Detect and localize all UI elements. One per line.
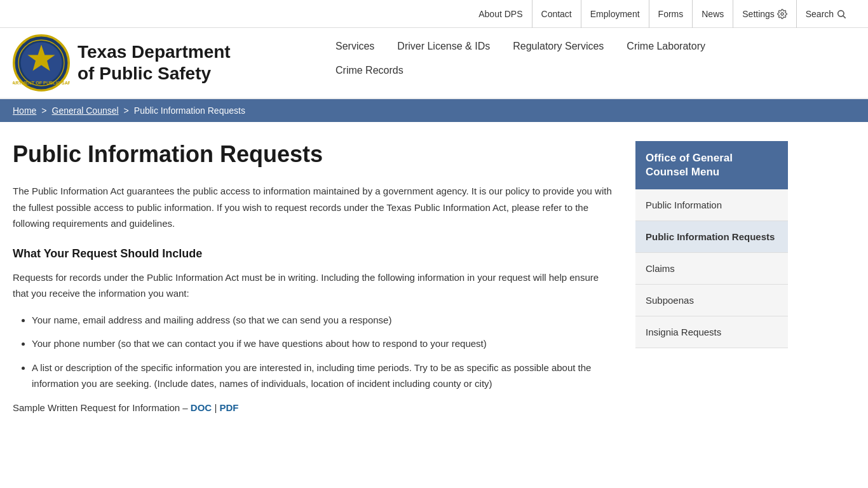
site-header: DEPARTMENT OF PUBLIC SAFETY Texas Depart…	[0, 28, 868, 99]
utility-bar: About DPS Contact Employment Forms News …	[0, 0, 868, 28]
settings-label: Settings	[742, 9, 775, 19]
forms-link[interactable]: Forms	[649, 0, 693, 28]
nav-crime-laboratory[interactable]: Crime Laboratory	[615, 34, 717, 58]
employment-link[interactable]: Employment	[581, 0, 649, 28]
dps-seal: DEPARTMENT OF PUBLIC SAFETY	[13, 34, 70, 92]
sidebar-item-claims[interactable]: Claims	[635, 253, 788, 285]
sidebar-item-subpoenas[interactable]: Subpoenas	[635, 285, 788, 316]
sidebar-item-public-information[interactable]: Public Information	[635, 189, 788, 221]
nav-crime-records[interactable]: Crime Records	[324, 58, 415, 83]
sidebar: Office of General Counsel Menu Public In…	[635, 122, 788, 432]
list-item: Your name, email address and mailing add…	[32, 312, 616, 329]
about-dps-link[interactable]: About DPS	[470, 0, 532, 28]
sample-pdf-link[interactable]: PDF	[219, 402, 238, 413]
breadcrumb-current: Public Information Requests	[134, 105, 245, 116]
gear-icon	[777, 9, 787, 19]
breadcrumb: Home > General Counsel > Public Informat…	[0, 99, 868, 122]
sample-line: Sample Written Request for Information –…	[13, 402, 616, 413]
main-content: Public Information Requests The Public I…	[13, 122, 616, 432]
search-label: Search	[806, 9, 834, 19]
breadcrumb-parent[interactable]: General Counsel	[52, 105, 119, 116]
svg-text:DEPARTMENT OF PUBLIC SAFETY: DEPARTMENT OF PUBLIC SAFETY	[13, 80, 70, 86]
sample-label: Sample Written Request for Information –	[13, 402, 191, 413]
requirements-list: Your name, email address and mailing add…	[13, 312, 616, 392]
search-icon	[836, 9, 846, 19]
breadcrumb-sep-1: >	[41, 105, 46, 116]
nav-services[interactable]: Services	[324, 34, 386, 58]
main-nav: Services Driver License & IDs Regulatory…	[324, 34, 855, 83]
sidebar-item-insignia-requests[interactable]: Insignia Requests	[635, 316, 788, 348]
breadcrumb-home[interactable]: Home	[13, 105, 36, 116]
site-name: Texas Department of Public Safety	[78, 41, 231, 84]
content-wrapper: Public Information Requests The Public I…	[0, 122, 868, 432]
sidebar-menu-title: Office of General Counsel Menu	[635, 141, 788, 189]
section-intro: Requests for records under the Public In…	[13, 269, 616, 302]
nav-row-2: Crime Records	[324, 58, 855, 83]
svg-point-0	[781, 13, 783, 15]
page-title: Public Information Requests	[13, 141, 616, 168]
contact-link[interactable]: Contact	[532, 0, 581, 28]
news-link[interactable]: News	[693, 0, 733, 28]
svg-line-2	[843, 16, 846, 18]
intro-paragraph: The Public Information Act guarantees th…	[13, 183, 616, 232]
svg-point-1	[838, 10, 844, 16]
list-item: A list or description of the specific in…	[32, 360, 616, 392]
nav-row-1: Services Driver License & IDs Regulatory…	[324, 34, 855, 58]
nav-driver-license[interactable]: Driver License & IDs	[386, 34, 501, 58]
list-item: Your phone number (so that we can contac…	[32, 336, 616, 352]
search-link[interactable]: Search	[797, 0, 855, 28]
sample-doc-link[interactable]: DOC	[191, 402, 212, 413]
sidebar-item-public-information-requests[interactable]: Public Information Requests	[635, 221, 788, 253]
nav-regulatory-services[interactable]: Regulatory Services	[501, 34, 615, 58]
site-logo-link[interactable]: DEPARTMENT OF PUBLIC SAFETY Texas Depart…	[13, 34, 324, 98]
settings-link[interactable]: Settings	[733, 0, 796, 28]
section-heading: What Your Request Should Include	[13, 247, 616, 261]
breadcrumb-sep-2: >	[124, 105, 129, 116]
